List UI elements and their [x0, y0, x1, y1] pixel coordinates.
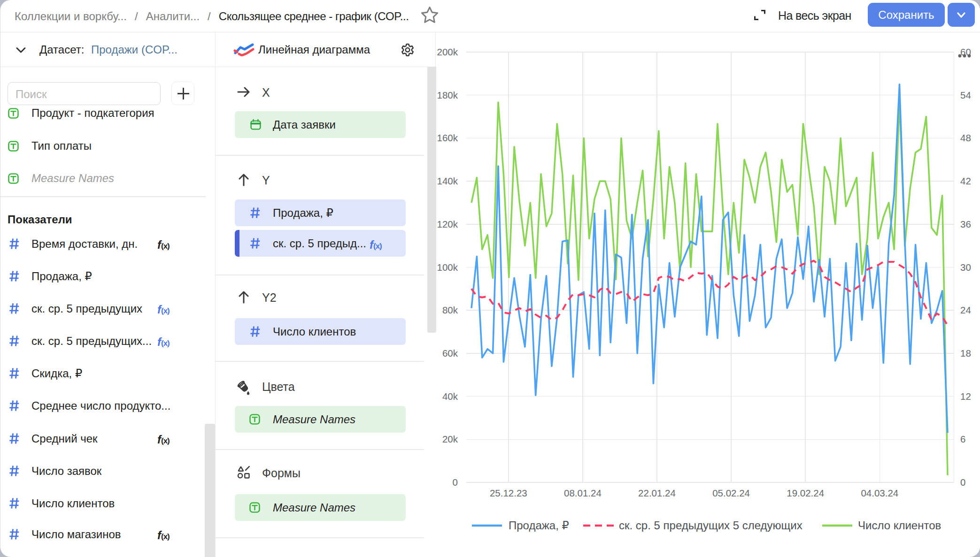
svg-text:24: 24 [960, 305, 971, 315]
svg-text:120k: 120k [437, 219, 458, 229]
svg-text:40k: 40k [442, 391, 458, 402]
svg-text:04.03.24: 04.03.24 [861, 488, 898, 498]
svg-text:05.02.24: 05.02.24 [712, 488, 750, 498]
svg-text:30: 30 [960, 262, 971, 273]
svg-text:25.12.23: 25.12.23 [490, 488, 527, 498]
svg-text:22.01.24: 22.01.24 [638, 488, 676, 498]
svg-text:20k: 20k [442, 434, 458, 444]
svg-text:42: 42 [960, 175, 971, 186]
svg-text:Число клиентов: Число клиентов [858, 519, 941, 532]
svg-text:160k: 160k [437, 132, 458, 143]
svg-text:140k: 140k [437, 175, 458, 186]
svg-text:48: 48 [960, 132, 971, 143]
svg-text:54: 54 [960, 90, 971, 100]
svg-text:36: 36 [960, 219, 971, 229]
svg-text:19.02.24: 19.02.24 [787, 488, 824, 498]
svg-text:Продажа, ₽: Продажа, ₽ [509, 519, 569, 532]
svg-text:100k: 100k [437, 262, 458, 273]
svg-text:ск. ср. 5 предыдущих 5 следующ: ск. ср. 5 предыдущих 5 следующих [619, 519, 803, 532]
svg-text:12: 12 [960, 391, 971, 402]
svg-text:60k: 60k [442, 348, 458, 359]
svg-text:0: 0 [453, 477, 458, 488]
svg-text:200k: 200k [437, 46, 458, 57]
svg-text:18: 18 [960, 348, 971, 359]
svg-text:180k: 180k [437, 90, 458, 100]
svg-text:6: 6 [960, 434, 965, 444]
svg-text:80k: 80k [442, 305, 458, 315]
svg-text:08.01.24: 08.01.24 [564, 488, 602, 498]
svg-text:0: 0 [960, 477, 965, 488]
